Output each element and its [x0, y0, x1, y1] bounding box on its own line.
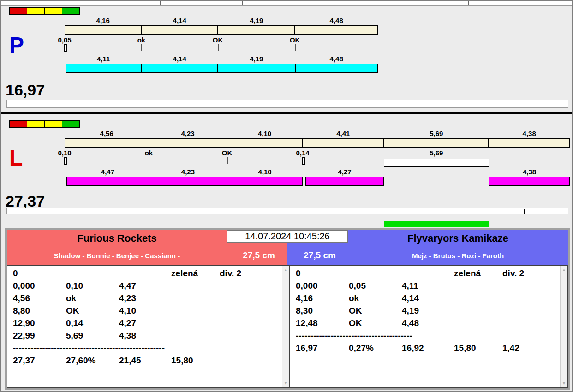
results-cell: 1,42: [502, 343, 557, 356]
run-segment: [149, 177, 227, 186]
lane-divider: [1, 112, 572, 114]
results-cell: 4,47: [119, 281, 171, 293]
results-left-rows: 0zelenádiv. 20,0000,104,474,56ok4,238,80…: [7, 266, 289, 368]
crossing-label: 0,05: [58, 36, 71, 44]
results-cell: [171, 293, 220, 306]
results-cell: 4,10: [119, 306, 171, 318]
crossing-label: ok: [137, 36, 146, 44]
split-time-bar: [65, 25, 378, 35]
split-segment: [303, 139, 384, 147]
split-time-label: 4,14: [173, 17, 186, 24]
results-cell: [220, 281, 279, 293]
scroll-down-icon[interactable]: ▼: [282, 381, 289, 386]
start-offset-box: [64, 44, 67, 52]
results-right-scrollbar[interactable]: ▲ ▼: [560, 266, 567, 387]
results-cell: 0,05: [349, 281, 402, 293]
window-remnant-mark: [468, 1, 469, 5]
results-cell: 4,11: [402, 281, 454, 293]
results-cell: zelená: [454, 268, 502, 281]
results-left-scrollbar[interactable]: ▲ ▼: [282, 266, 289, 387]
results-cell: 27,60%: [66, 356, 119, 368]
results-right-box[interactable]: 0zelenádiv. 20,0000,054,114,16ok4,148,30…: [290, 265, 568, 388]
run-time-label: 4,10: [258, 168, 271, 176]
run-time-bar: [1, 177, 572, 186]
run-time-label: 4,23: [181, 168, 195, 176]
split-time-label: 4,19: [250, 17, 263, 24]
results-row: 4,56ok4,23: [13, 293, 279, 306]
run-time-label: 4,14: [173, 55, 186, 63]
results-cell: ok: [66, 293, 119, 306]
run-segment: [66, 64, 141, 73]
run-time-labels: 4,114,144,194,48: [1, 55, 572, 63]
results-row: 0,0000,104,47: [13, 281, 279, 293]
status-light-cell: [27, 120, 45, 128]
results-row: 12,48OK4,48: [296, 318, 557, 331]
results-cell: [220, 331, 279, 343]
results-row: 8,30OK4,19: [296, 306, 557, 318]
split-time-label: 4,10: [258, 130, 271, 137]
results-cell: [502, 306, 557, 318]
results-row: 0zelenádiv. 2: [296, 268, 557, 281]
run-time-label: 4,19: [250, 55, 263, 63]
results-cell: [220, 293, 279, 306]
results-row: 8,80OK4,10: [13, 306, 279, 318]
results-cell: 4,19: [402, 306, 454, 318]
results-divider-row: ----------------------------------------…: [13, 343, 279, 356]
status-light-cell: [9, 120, 27, 128]
window-remnant-mark: [160, 1, 161, 5]
results-cell: 12,48: [296, 318, 349, 331]
split-time-label: 4,41: [336, 130, 350, 137]
run-segment: [305, 177, 384, 186]
status-light-cell: [9, 7, 27, 15]
results-cell: [454, 318, 502, 331]
crossing-label: 0,10: [58, 149, 71, 157]
results-left-box[interactable]: 0zelenádiv. 20,0000,104,474,56ok4,238,80…: [7, 265, 290, 388]
crossing-label: 5,69: [430, 149, 443, 157]
run-time-label: 4,38: [523, 168, 536, 176]
scroll-down-icon[interactable]: ▼: [561, 381, 567, 386]
results-cell: zelená: [171, 268, 220, 281]
results-cell: 0,000: [296, 281, 349, 293]
results-cell: 4,56: [13, 293, 66, 306]
results-cell: 16,97: [296, 343, 349, 356]
lane-p-section: P 4,164,144,194,48 0,05okOKOK 4,114,144,…: [1, 6, 572, 112]
results-area: 0zelenádiv. 20,0000,104,474,56ok4,238,80…: [7, 265, 568, 388]
team-right-dogs: Mejz - Brutus - Rozi - Faroth: [348, 252, 568, 260]
status-light-cell: [44, 7, 62, 15]
split-segment: [489, 139, 569, 147]
start-light-legend: [9, 7, 80, 15]
scroll-up-icon[interactable]: ▲: [282, 267, 289, 272]
split-time-labels: 4,164,144,194,48: [1, 17, 572, 25]
team-left-name: Furious Rockets: [7, 232, 227, 244]
results-right-rows: 0zelenádiv. 20,0000,054,114,16ok4,148,30…: [290, 266, 567, 356]
run-time-label: 4,27: [338, 168, 351, 176]
run-time-bar: [1, 64, 572, 73]
run-time-label: 4,47: [101, 168, 114, 176]
results-cell: OK: [66, 306, 119, 318]
results-cell: 5,69: [66, 331, 119, 343]
results-cell: 0,000: [13, 281, 66, 293]
results-cell: 4,38: [119, 331, 171, 343]
status-light-cell: [62, 7, 80, 15]
split-segment: [65, 139, 149, 147]
score-panel-header: Furious Rockets Shadow - Bonnie - Benjee…: [7, 230, 568, 265]
status-light-cell: [44, 120, 62, 128]
results-cell: [171, 318, 220, 331]
progress-track: [6, 100, 568, 108]
split-segment: [149, 139, 227, 147]
results-cell: OK: [349, 306, 402, 318]
run-time-labels: 4,474,234,104,274,38: [1, 168, 572, 176]
crossing-tick: [218, 44, 219, 51]
start-offset-box: [64, 157, 67, 165]
split-segment: [227, 139, 303, 147]
results-cell: 0,27%: [349, 343, 402, 356]
rerun-progress-bar: [384, 221, 489, 227]
status-light-cell: [27, 7, 45, 15]
run-segment: [227, 177, 303, 186]
start-offset-box: [302, 157, 305, 165]
crossing-label: OK: [213, 36, 223, 44]
score-panel: Furious Rockets Shadow - Bonnie - Benjee…: [5, 228, 570, 390]
results-cell: [220, 318, 279, 331]
scroll-up-icon[interactable]: ▲: [561, 267, 567, 272]
split-time-labels: 4,564,234,104,415,694,38: [1, 130, 572, 138]
